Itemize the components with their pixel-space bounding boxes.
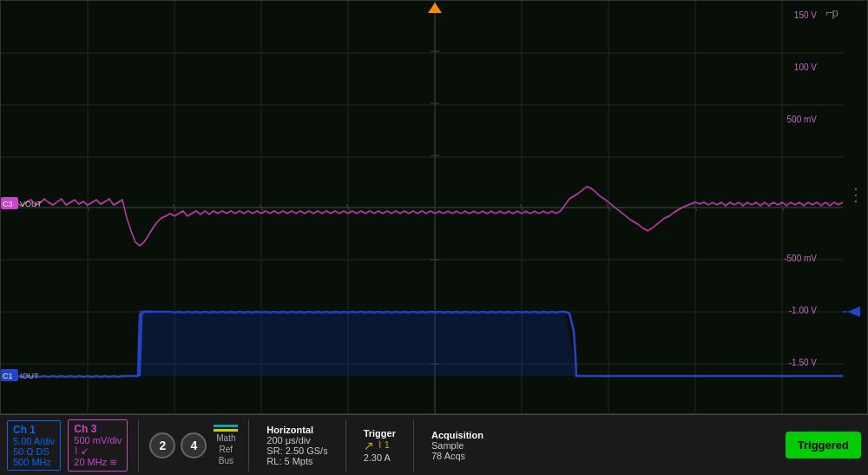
ch3-line1: 500 mV/div: [74, 435, 122, 445]
ch3-line2: ⌇ ↙: [74, 445, 122, 457]
svg-text:-1.00 V: -1.00 V: [789, 306, 818, 315]
svg-text:⋮: ⋮: [847, 185, 865, 204]
trigger-label: Trigger: [364, 428, 396, 439]
svg-text:-1.50 V: -1.50 V: [789, 358, 818, 367]
svg-text:100 V: 100 V: [794, 63, 817, 72]
button-4[interactable]: 4: [181, 432, 207, 459]
horizontal-line3: RL: 5 Mpts: [266, 456, 327, 466]
svg-text:C1: C1: [3, 372, 13, 380]
ch3-line3: 20 MHz ≋: [74, 457, 122, 468]
trigger-channel: ⌇ 1: [378, 439, 390, 451]
svg-text:-500 mV: -500 mV: [784, 254, 817, 263]
trigger-line: ↗ ⌇ 1: [364, 439, 396, 452]
divider-4: [413, 419, 414, 472]
ch3-label: Ch 3: [74, 423, 122, 435]
svg-text:⌐p: ⌐p: [825, 6, 838, 19]
horizontal-line1: 200 μs/div: [266, 435, 327, 445]
acquisition-label: Acquisition: [431, 430, 483, 440]
ch3-info: Ch 3 500 mV/div ⌇ ↙ 20 MHz ≋: [68, 419, 128, 472]
svg-marker-31: [142, 312, 576, 376]
oscilloscope-display: C3 VOUT C1 IOUT 150 V 100 V 500 mV -500 …: [0, 0, 868, 414]
acquisition-count: 78 Acqs: [431, 451, 483, 461]
svg-text:500 mV: 500 mV: [787, 115, 818, 124]
ref-line: [214, 429, 238, 432]
ch1-info: Ch 1 5.00 A/div 50 Ω DS 500 MHz: [7, 420, 61, 471]
horizontal-label: Horizontal: [266, 425, 327, 435]
number-buttons: 2 4: [149, 432, 207, 459]
trigger-arrow-icon: ↗: [364, 439, 374, 452]
trigger-info: Trigger ↗ ⌇ 1 2.30 A: [357, 426, 403, 465]
ch1-line1: 5.00 A/div: [13, 436, 55, 446]
oscilloscope: C3 VOUT C1 IOUT 150 V 100 V 500 mV -500 …: [0, 0, 868, 475]
bus-label: Bus: [219, 456, 233, 465]
divider-1: [138, 419, 139, 472]
trigger-value: 2.30 A: [364, 452, 396, 463]
divider-2: [248, 419, 249, 472]
horizontal-info: Horizontal 200 μs/div SR: 2.50 GS/s RL: …: [260, 423, 334, 468]
acquisition-mode: Sample: [431, 440, 483, 451]
info-bar: Ch 1 5.00 A/div 50 Ω DS 500 MHz Ch 3 500…: [0, 414, 868, 475]
ch1-line2: 50 Ω DS: [13, 446, 55, 457]
math-ref-bus: Math Ref Bus: [214, 425, 238, 465]
acquisition-info: Acquisition Sample 78 Acqs: [424, 428, 490, 463]
math-label: Math: [216, 433, 235, 443]
svg-text:VOUT: VOUT: [20, 200, 43, 208]
math-line: [214, 425, 238, 427]
ref-label: Ref: [220, 445, 233, 454]
svg-text:C3: C3: [3, 200, 13, 208]
button-2[interactable]: 2: [149, 432, 175, 459]
waveform-svg: C3 VOUT C1 IOUT 150 V 100 V 500 mV -500 …: [1, 1, 868, 414]
ch1-label: Ch 1: [13, 424, 55, 436]
horizontal-line2: SR: 2.50 GS/s: [266, 445, 327, 456]
ch1-line3: 500 MHz: [13, 457, 55, 467]
triggered-button[interactable]: Triggered: [786, 432, 861, 459]
svg-text:IOUT: IOUT: [20, 372, 39, 380]
divider-3: [345, 419, 346, 472]
svg-text:150 V: 150 V: [794, 10, 817, 20]
